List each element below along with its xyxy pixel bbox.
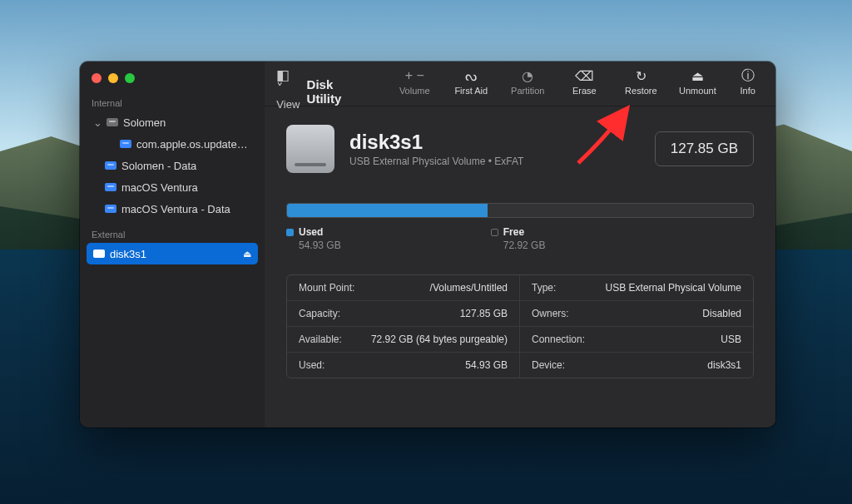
free-value: 72.92 GB	[491, 240, 546, 251]
volume-icon	[93, 250, 105, 258]
sidebar-item-solomen-data[interactable]: Solomen - Data	[87, 155, 258, 176]
sidebar-item-disk3s1[interactable]: disk3s1 ⏏	[87, 243, 258, 264]
info-icon: ⓘ	[741, 68, 755, 83]
volume-subtitle: USB External Physical Volume • ExFAT	[349, 156, 523, 167]
sidebar-item-update[interactable]: com.apple.os.update-9F...	[87, 133, 258, 155]
sidebar-item-ventura-data[interactable]: macOS Ventura - Data	[87, 198, 258, 220]
window-title: Disk Utility	[307, 74, 369, 106]
used-value: 54.93 GB	[286, 240, 341, 251]
restore-button[interactable]: ↻ Restore	[618, 68, 663, 96]
sidebar-item-internal-root[interactable]: ⌄ Solomen	[87, 111, 258, 133]
plus-minus-icon: + −	[405, 68, 424, 83]
close-window-button[interactable]	[92, 73, 102, 83]
unmount-icon: ⏏	[691, 68, 704, 83]
unmount-button[interactable]: ⏏ Unmount	[675, 68, 720, 96]
erase-button[interactable]: ⌫ Erase	[562, 68, 607, 96]
free-swatch	[491, 229, 498, 236]
volume-button: + − Volume	[392, 68, 437, 96]
volume-icon	[105, 183, 116, 191]
volume-header: disk3s1 USB External Physical Volume • E…	[286, 125, 754, 173]
zoom-window-button[interactable]	[125, 73, 135, 83]
used-swatch	[286, 229, 294, 236]
external-drive-icon	[286, 125, 334, 173]
restore-icon: ↻	[636, 68, 646, 83]
content-area: disk3s1 USB External Physical Volume • E…	[265, 106, 775, 427]
usage-bar-used	[287, 204, 488, 217]
used-label: Used	[299, 226, 323, 238]
sidebar: Internal ⌄ Solomen com.apple.os.update-9…	[80, 62, 265, 427]
disk-utility-window: Internal ⌄ Solomen com.apple.os.update-9…	[80, 62, 775, 427]
pie-icon: ◔	[522, 68, 533, 83]
main-pane: ◧ ˅ View Disk Utility + − Volume ᔓ First…	[265, 62, 775, 427]
sidebar-group-external: External	[80, 226, 265, 243]
chevron-down-icon: ⌄	[93, 116, 102, 129]
free-label: Free	[503, 226, 524, 238]
sidebar-item-ventura[interactable]: macOS Ventura	[87, 176, 258, 198]
minimize-window-button[interactable]	[108, 73, 118, 83]
toolbar: ◧ ˅ View Disk Utility + − Volume ᔓ First…	[265, 62, 775, 106]
volume-total-size: 127.85 GB	[655, 131, 754, 166]
details-table: Mount Point:/Volumes/Untitled Type:USB E…	[286, 274, 754, 378]
volume-icon	[105, 205, 116, 213]
disk-icon	[106, 118, 118, 126]
erase-icon: ⌫	[575, 68, 594, 83]
eject-icon[interactable]: ⏏	[243, 249, 251, 259]
volume-icon	[120, 140, 131, 148]
sidebar-toggle-icon: ◧ ˅	[276, 68, 300, 96]
info-button[interactable]: ⓘ Info	[731, 68, 764, 96]
usage-bar	[286, 203, 754, 218]
volume-icon	[105, 161, 116, 170]
window-controls	[80, 70, 265, 95]
view-menu-button[interactable]: ◧ ˅ View	[276, 68, 300, 111]
partition-button: ◔ Partition	[505, 68, 550, 96]
volume-name: disk3s1	[349, 131, 523, 154]
first-aid-button[interactable]: ᔓ First Aid	[448, 68, 493, 96]
stethoscope-icon: ᔓ	[465, 68, 477, 83]
sidebar-group-internal: Internal	[80, 95, 265, 111]
